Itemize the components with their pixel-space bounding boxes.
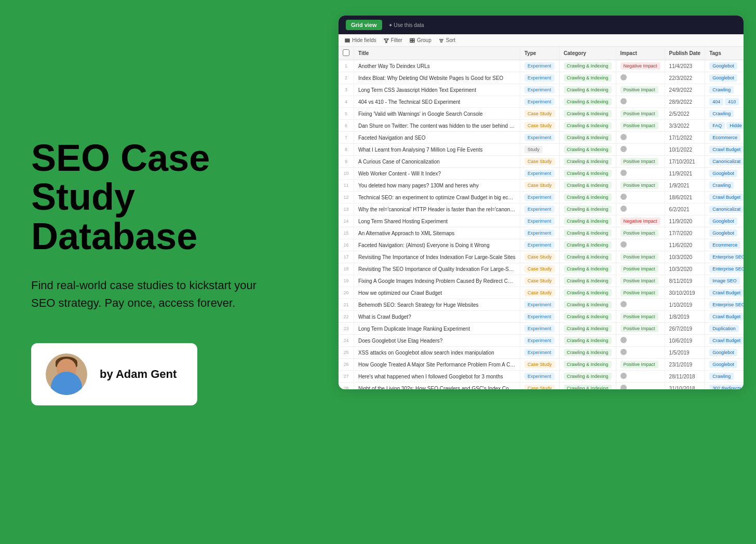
table-row[interactable]: 20How we optimized our Crawl BudgetCase … <box>339 287 744 299</box>
table-container[interactable]: Title Type Category Impact Publish Date … <box>339 47 744 389</box>
row-date: 10/1/2022 <box>665 144 705 156</box>
row-date: 3/3/2022 <box>665 120 705 132</box>
table-row[interactable]: 3Long Term CSS Javascript Hidden Text Ex… <box>339 84 744 96</box>
hide-fields-button[interactable]: Hide fields <box>345 37 376 43</box>
table-row[interactable]: 6Dan Shure on Twitter: The content was h… <box>339 120 744 132</box>
table-row[interactable]: 10Web Worker Content - Will It Index?Exp… <box>339 168 744 180</box>
row-title[interactable]: Here's what happened when I followed Goo… <box>354 371 520 383</box>
row-impact: Positive Impact <box>616 84 665 96</box>
row-title[interactable]: Long Term Shared Hosting Experiment <box>354 215 520 227</box>
table-row[interactable]: 12Technical SEO: an experiment to optimi… <box>339 192 744 203</box>
row-impact: Positive Impact <box>616 287 665 299</box>
row-date: 17/1/2022 <box>665 132 705 144</box>
col-date[interactable]: Publish Date <box>665 47 705 60</box>
row-category: Crawling & Indexing <box>559 60 616 72</box>
col-title[interactable]: Title <box>354 47 520 60</box>
table-row[interactable]: 8What I Learnt from Analysing 7 Million … <box>339 144 744 156</box>
row-date: 11/6/2020 <box>665 239 705 251</box>
table-row[interactable]: 18Revisiting The SEO Importance of Quali… <box>339 263 744 275</box>
author-name: by Adam Gent <box>100 368 177 381</box>
row-title[interactable]: 404 vs 410 - The Technical SEO Experimen… <box>354 96 520 108</box>
table-row[interactable]: 23Long Term Duplicate Image Ranking Expe… <box>339 323 744 335</box>
col-impact[interactable]: Impact <box>616 47 665 60</box>
table-row[interactable]: 11You deleted how many pages? 130M and h… <box>339 180 744 192</box>
row-impact <box>616 144 665 156</box>
row-title[interactable]: Night of the Living 302s: How SEO Crawle… <box>354 383 520 390</box>
table-row[interactable]: 17Revisiting The Importance of Index Ind… <box>339 251 744 263</box>
table-row[interactable]: 27Here's what happened when I followed G… <box>339 371 744 383</box>
table-row[interactable]: 25XSS attacks on Googlebot allow search … <box>339 347 744 359</box>
row-tags: Duplication <box>705 323 744 335</box>
row-title[interactable]: Long Term Duplicate Image Ranking Experi… <box>354 323 520 335</box>
row-impact: Positive Impact <box>616 180 665 192</box>
row-tags: FAQHidde <box>705 120 744 132</box>
row-title[interactable]: Fixing A Google Images Indexing Problem … <box>354 275 520 287</box>
table-row[interactable]: 21Behemoth SEO: Search Strategy for Huge… <box>339 299 744 311</box>
col-category[interactable]: Category <box>559 47 616 60</box>
row-tags: Googlebot <box>705 60 744 72</box>
row-type: Case Study <box>520 180 560 192</box>
filter-button[interactable]: Filter <box>384 37 402 43</box>
table-row[interactable]: 1Another Way To Deindex URLsExperimentCr… <box>339 60 744 72</box>
table-row[interactable]: 16Faceted Navigation: (Almost) Everyone … <box>339 239 744 251</box>
table-row[interactable]: 26How Google Treated A Major Site Perfor… <box>339 359 744 371</box>
row-impact: Positive Impact <box>616 359 665 371</box>
row-title[interactable]: Technical SEO: an experiment to optimize… <box>354 192 520 203</box>
row-title[interactable]: Index Bloat: Why Deleting Old Website Pa… <box>354 72 520 84</box>
row-type: Experiment <box>520 203 560 215</box>
table-row[interactable]: 4404 vs 410 - The Technical SEO Experime… <box>339 96 744 108</box>
row-date: 11/4/2023 <box>665 60 705 72</box>
table-row[interactable]: 28Night of the Living 302s: How SEO Craw… <box>339 383 744 390</box>
table-row[interactable]: 24Does Googlebot Use Etag Headers?Experi… <box>339 335 744 347</box>
row-title[interactable]: What is Crawl Budget? <box>354 311 520 323</box>
row-title[interactable]: Why the rel='canonical' HTTP Header is f… <box>354 203 520 215</box>
row-title[interactable]: An Alternative Approach to XML Sitemaps <box>354 227 520 239</box>
table-row[interactable]: 5Fixing 'Valid with Warnings' in Google … <box>339 108 744 120</box>
col-type[interactable]: Type <box>520 47 560 60</box>
col-tags[interactable]: Tags <box>705 47 744 60</box>
row-impact: Positive Impact <box>616 120 665 132</box>
row-title[interactable]: What I Learnt from Analysing 7 Million L… <box>354 144 520 156</box>
widget-header: Grid view ✦ Use this data <box>339 16 744 34</box>
row-impact <box>616 371 665 383</box>
row-title[interactable]: A Curious Case of Canonicalization <box>354 156 520 168</box>
row-title[interactable]: How Google Treated A Major Site Performa… <box>354 359 520 371</box>
table-row[interactable]: 9A Curious Case of CanonicalizationCase … <box>339 156 744 168</box>
row-title[interactable]: Fixing 'Valid with Warnings' in Google S… <box>354 108 520 120</box>
table-row[interactable]: 19Fixing A Google Images Indexing Proble… <box>339 275 744 287</box>
row-number: 14 <box>339 215 354 227</box>
row-title[interactable]: Behemoth SEO: Search Strategy for Huge W… <box>354 299 520 311</box>
row-tags: 302 Redirects <box>705 383 744 390</box>
table-row[interactable]: 22What is Crawl Budget?ExperimentCrawlin… <box>339 311 744 323</box>
group-button[interactable]: Group <box>410 37 431 43</box>
row-tags: Ecommerce <box>705 132 744 144</box>
row-tags: Crawling <box>705 180 744 192</box>
row-title[interactable]: Another Way To Deindex URLs <box>354 60 520 72</box>
row-category: Crawling & Indexing <box>559 192 616 203</box>
table-row[interactable]: 15An Alternative Approach to XML Sitemap… <box>339 227 744 239</box>
svg-marker-3 <box>384 39 388 43</box>
table-row[interactable]: 7Faceted Navigation and SEOExperimentCra… <box>339 132 744 144</box>
row-title[interactable]: How we optimized our Crawl Budget <box>354 287 520 299</box>
table-row[interactable]: 14Long Term Shared Hosting ExperimentExp… <box>339 215 744 227</box>
sort-button[interactable]: Sort <box>439 37 455 43</box>
row-title[interactable]: You deleted how many pages? 130M and her… <box>354 180 520 192</box>
row-number: 8 <box>339 144 354 156</box>
row-type: Experiment <box>520 168 560 180</box>
table-row[interactable]: 13Why the rel='canonical' HTTP Header is… <box>339 203 744 215</box>
grid-view-tab[interactable]: Grid view <box>346 20 382 30</box>
row-title[interactable]: Web Worker Content - Will It Index? <box>354 168 520 180</box>
row-title[interactable]: Revisiting The SEO Importance of Quality… <box>354 263 520 275</box>
col-checkbox[interactable] <box>339 47 354 60</box>
row-category: Crawling & Indexing <box>559 323 616 335</box>
row-title[interactable]: Faceted Navigation and SEO <box>354 132 520 144</box>
table-row[interactable]: 2Index Bloat: Why Deleting Old Website P… <box>339 72 744 84</box>
row-title[interactable]: XSS attacks on Googlebot allow search in… <box>354 347 520 359</box>
row-title[interactable]: Faceted Navigation: (Almost) Everyone is… <box>354 239 520 251</box>
row-title[interactable]: Dan Shure on Twitter: The content was hi… <box>354 120 520 132</box>
row-title[interactable]: Does Googlebot Use Etag Headers? <box>354 335 520 347</box>
row-title[interactable]: Long Term CSS Javascript Hidden Text Exp… <box>354 84 520 96</box>
use-data-button[interactable]: ✦ Use this data <box>388 22 424 28</box>
row-impact <box>616 192 665 203</box>
row-title[interactable]: Revisiting The Importance of Index Index… <box>354 251 520 263</box>
